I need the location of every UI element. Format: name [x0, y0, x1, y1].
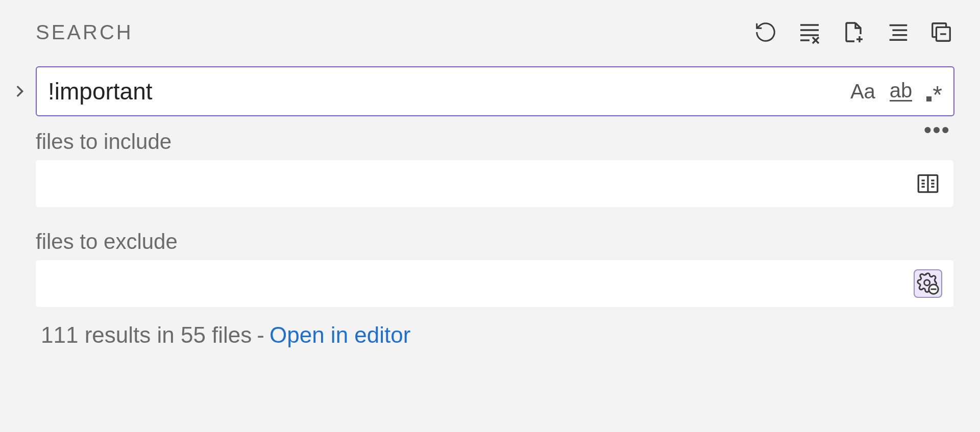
files-to-exclude-input[interactable]: [47, 272, 914, 295]
view-tree-icon[interactable]: [885, 20, 910, 44]
results-summary-row: 111 results in 55 files - Open in editor: [0, 307, 980, 348]
svg-point-22: [924, 279, 930, 285]
new-search-editor-icon[interactable]: [841, 20, 866, 44]
toggle-replace-chevron-icon[interactable]: [9, 81, 30, 101]
open-in-editor-link[interactable]: Open in editor: [270, 322, 410, 348]
results-summary: 111 results in 55 files: [41, 322, 252, 348]
book-icon[interactable]: [914, 169, 942, 198]
regex-icon[interactable]: *: [926, 80, 942, 103]
whole-word-icon[interactable]: ab: [890, 80, 913, 103]
refresh-icon[interactable]: [753, 20, 778, 44]
panel-title: SEARCH: [36, 21, 133, 44]
search-row: Aa ab *: [0, 51, 980, 116]
search-modifiers: Aa ab *: [850, 80, 942, 103]
search-panel: SEARCH Aa ab: [0, 0, 980, 432]
search-input-container: Aa ab *: [36, 66, 954, 116]
collapse-all-icon[interactable]: [929, 20, 953, 44]
match-case-icon[interactable]: Aa: [850, 80, 875, 103]
search-input[interactable]: [48, 78, 840, 105]
include-label: files to include: [36, 130, 953, 154]
toggle-details-icon[interactable]: •••: [924, 125, 950, 135]
include-block: files to include: [0, 130, 980, 207]
files-to-include-input[interactable]: [47, 172, 914, 195]
exclude-block: files to exclude: [0, 230, 980, 307]
exclude-input-container: [36, 260, 953, 307]
include-input-container: [36, 160, 953, 207]
exclude-label: files to exclude: [36, 230, 953, 254]
panel-header: SEARCH: [0, 0, 980, 51]
clear-results-icon[interactable]: [797, 20, 822, 44]
exclude-settings-gear-icon[interactable]: [914, 269, 942, 298]
header-actions: [753, 20, 953, 44]
results-separator: -: [257, 322, 264, 348]
